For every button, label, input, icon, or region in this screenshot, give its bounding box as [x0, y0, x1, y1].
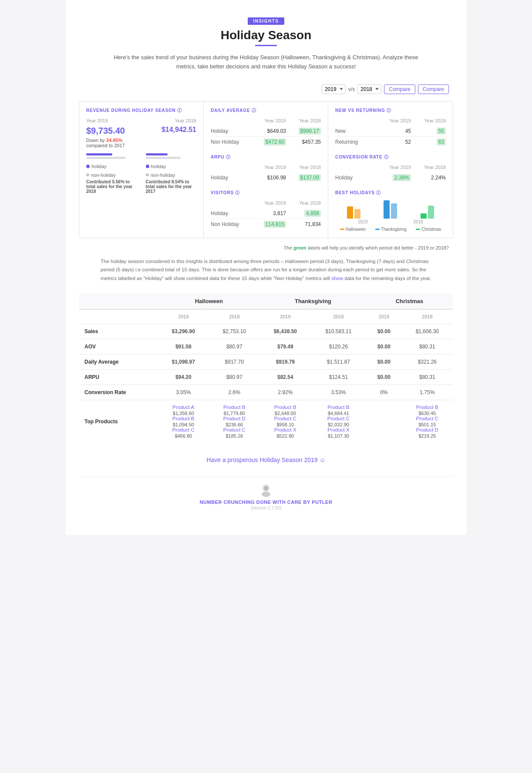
sales-h2019: $3,296.90: [158, 324, 209, 339]
vs-label: v/s: [348, 86, 355, 92]
cr-holiday-row: Holiday 2.38% 2.24%: [335, 172, 446, 183]
top-products-h2019: Product A$1,358.60 Product B$1,094.50 Pr…: [158, 400, 209, 443]
year1-select[interactable]: 2019 2018: [322, 84, 346, 94]
compare-button-1[interactable]: Compare: [384, 84, 415, 94]
revenue-values: $9,735.40 Down by 34.85% compared to 201…: [86, 126, 196, 148]
table-year-row: 2019 2018 2019 2018 2019 2018: [79, 309, 453, 324]
table-row-sales: Sales $3,296.90 $2,753.10 $6,438.50 $10,…: [79, 324, 453, 339]
daily-avg-holiday-row: Holiday $649.03 $996.17: [211, 126, 321, 137]
footer-version: (Version 2.7.50): [79, 506, 453, 510]
visitors-title: VISITORS ⓘ: [211, 190, 321, 196]
table-row-daily-avg: Daily Average $1,098.97 $917.70 $919.79 …: [79, 354, 453, 370]
best-holidays-chart: 2019 2018 Halloween Thanksgiving: [335, 200, 446, 232]
cr-c2018: 1.75%: [402, 385, 453, 400]
revenue-cell: REVENUE DURING HOLIDAY SEASON ⓘ Year 201…: [79, 101, 204, 238]
visitors-nonholiday-row: Non Holiday 114,815 71,834: [211, 219, 321, 230]
sales-t2018: $10,583.11: [311, 324, 366, 339]
svg-point-1: [262, 492, 270, 497]
table-section-header: Halloween Thanksgiving Christmas: [79, 294, 453, 310]
halloween-2018-bar: [354, 209, 360, 219]
legend-dot-gray: [86, 173, 89, 176]
top-products-h2018: Product B$1,779.80 Product D$236.66 Prod…: [209, 400, 260, 443]
bar-holiday-2018: [146, 153, 168, 155]
visitors-holiday-2018-highlight: 4,858: [304, 210, 321, 217]
halloween-legend-color: [340, 229, 344, 230]
thanksgiving-header: Thanksgiving: [260, 294, 366, 310]
arpu-title: ARPU ⓘ: [211, 154, 321, 160]
halloween-header: Halloween: [158, 294, 260, 310]
table-row-top-products: Top Products Product A$1,358.60 Product …: [79, 400, 453, 443]
arpu-c2019: $0.00: [366, 370, 402, 385]
stats-grid: REVENUE DURING HOLIDAY SEASON ⓘ Year 201…: [79, 101, 453, 238]
contrib-2018: Contributed 8.54% to total sales for the…: [146, 179, 197, 194]
compare-button-2[interactable]: Compare: [418, 84, 449, 94]
down-text: Down by 34.85% compared to 2017: [86, 138, 141, 148]
cr-2019-highlight: 2.38%: [393, 174, 411, 181]
cr-t2019: 2.92%: [260, 385, 311, 400]
legend-dot-purple-2: [146, 165, 149, 168]
da-c2018: $321.26: [402, 354, 453, 370]
cr-h2019: 3.05%: [158, 385, 209, 400]
christmas-2019-bar: [421, 213, 427, 219]
sales-c2019: $0.00: [366, 324, 402, 339]
legend-nonholiday-2018: non-holiday: [146, 172, 197, 178]
subtitle: Here's the sales trend of your business …: [114, 53, 418, 71]
da-h2018: $917.70: [209, 354, 260, 370]
legend-dot-gray-2: [146, 173, 149, 176]
sales-t2019: $6,438.50: [260, 324, 311, 339]
title-underline: [255, 45, 277, 46]
returning-row: Returning 52 63: [335, 137, 446, 147]
christmas-2018-bar: [428, 206, 434, 219]
thanksgiving-2019-bar: [384, 200, 390, 219]
revenue-title: REVENUE DURING HOLIDAY SEASON ⓘ: [86, 108, 196, 114]
aov-t2018: $120.26: [311, 339, 366, 354]
revenue-2019: $9,735.40: [86, 126, 141, 136]
chart-legend: Halloween Thanksgiving Christmas: [335, 227, 446, 232]
revenue-year-row: Year 2019 Year 2018: [86, 118, 196, 123]
insights-badge: INSIGHTS: [248, 17, 284, 25]
year2-select[interactable]: 2018 2019: [357, 84, 381, 94]
da-t2018: $1,511.87: [311, 354, 366, 370]
da-c2019: $0.00: [366, 354, 402, 370]
top-products-c2018: Product B$630.45 Product C$501.15 Produc…: [402, 400, 453, 443]
cr-title: CONVERSION RATE ⓘ: [335, 154, 446, 160]
legend-nonholiday-2019: non-holiday: [86, 172, 137, 178]
nvr-title: NEW VS RETURNING ⓘ: [335, 108, 446, 114]
footer-credit: NUMBER CRUNCHING DONE WITH CARE BY PUTLE…: [79, 476, 453, 517]
svg-point-2: [264, 486, 268, 490]
visitors-nonholiday-2019-highlight: 114,815: [264, 221, 286, 228]
daily-avg-nonholiday-2019-highlight: $472.60: [264, 138, 286, 145]
christmas-legend-color: [416, 229, 420, 230]
visitors-holiday-row: Holiday 3,817 4,858: [211, 208, 321, 219]
contrib-2019: Contributed 5.56% to total sales for the…: [86, 179, 137, 194]
footer-logo-text: NUMBER CRUNCHING DONE WITH CARE BY PUTLE…: [79, 500, 453, 505]
arpu-holiday-2018-highlight: $137.09: [299, 174, 321, 181]
page-header: INSIGHTS Holiday Season Here's the sales…: [79, 9, 453, 84]
footer-msg: Have a prosperous Holiday Season 2019 ☺: [79, 456, 453, 463]
revenue-2018: $14,942.51: [141, 126, 197, 134]
aov-c2018: $80.31: [402, 339, 453, 354]
year-selector: 2019 2018 v/s 2018 2019 Compare Compare: [79, 84, 453, 94]
bar-nonholiday-2018: [146, 157, 181, 159]
cr-t2018: 3.53%: [311, 385, 366, 400]
aov-t2019: $79.49: [260, 339, 311, 354]
best-holidays-title: BEST HOLIDAYS ⓘ: [335, 190, 446, 196]
thanksgiving-2018-bar: [391, 203, 397, 219]
christmas-header: Christmas: [366, 294, 453, 310]
arpu-h2019: $94.20: [158, 370, 209, 385]
legend-holiday-2018: holiday: [146, 164, 197, 169]
holiday-comparison-table: Halloween Thanksgiving Christmas 2019 20…: [79, 293, 453, 443]
thanksgiving-legend-color: [375, 229, 380, 230]
returning-2018-highlight: 63: [437, 138, 446, 145]
bar-nonholiday-2019: [86, 157, 125, 159]
daily-avg-holiday-2018-highlight: $996.17: [299, 128, 321, 135]
info-note: The holiday season considered in this in…: [96, 257, 436, 283]
putler-logo-icon: [259, 484, 273, 498]
sales-c2018: $1,606.30: [402, 324, 453, 339]
new-row: New 45 55: [335, 126, 446, 137]
page-title: Holiday Season: [79, 28, 453, 42]
arpu-t2019: $82.54: [260, 370, 311, 385]
top-products-t2018: Product B$4,684.41 Product C$2,032.90 Pr…: [311, 400, 366, 443]
halloween-2019-bar: [347, 206, 353, 219]
cr-c2019: 0%: [366, 385, 402, 400]
